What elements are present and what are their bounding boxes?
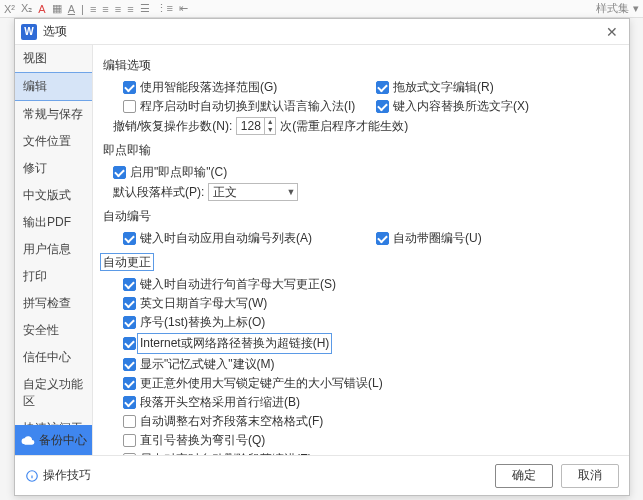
- options-dialog: W 选项 ✕ 视图编辑常规与保存文件位置修订中文版式输出PDF用户信息打印拼写检…: [14, 18, 630, 496]
- checkbox-icon[interactable]: [123, 232, 136, 245]
- checkbox-icon[interactable]: [123, 396, 136, 409]
- checkbox-icon[interactable]: [123, 337, 136, 350]
- sidebar-item[interactable]: 常规与保存: [15, 101, 92, 128]
- sidebar-item[interactable]: 编辑: [15, 72, 92, 101]
- option-row[interactable]: 键入时自动应用自动编号列表(A): [113, 229, 366, 248]
- toolbar-item[interactable]: X₂: [21, 2, 32, 15]
- sidebar-item[interactable]: 信任中心: [15, 344, 92, 371]
- dialog-title: 选项: [43, 23, 67, 40]
- tips-link[interactable]: 操作技巧: [25, 467, 91, 484]
- sidebar-item[interactable]: 输出PDF: [15, 209, 92, 236]
- default-para-select[interactable]: ▼: [208, 183, 298, 201]
- checkbox-icon[interactable]: [123, 415, 136, 428]
- option-row[interactable]: 使用智能段落选择范围(G): [113, 78, 366, 97]
- option-row[interactable]: 显示"记忆式键入"建议(M): [113, 355, 619, 374]
- dialog-footer: 操作技巧 确定 取消: [15, 455, 629, 495]
- sidebar-item[interactable]: 中文版式: [15, 182, 92, 209]
- ok-button[interactable]: 确定: [495, 464, 553, 488]
- backup-label: 备份中心: [39, 432, 87, 449]
- app-icon: W: [21, 24, 37, 40]
- info-icon: [25, 469, 39, 483]
- toolbar-item[interactable]: X²: [4, 3, 15, 15]
- sidebar-item[interactable]: 用户信息: [15, 236, 92, 263]
- checkbox-icon[interactable]: [123, 358, 136, 371]
- chevron-down-icon[interactable]: ▾: [633, 2, 639, 15]
- cancel-button[interactable]: 取消: [561, 464, 619, 488]
- sidebar: 视图编辑常规与保存文件位置修订中文版式输出PDF用户信息打印拼写检查安全性信任中…: [15, 45, 93, 455]
- option-row[interactable]: 直引号替换为弯引号(Q): [113, 431, 619, 450]
- option-row[interactable]: Internet或网络路径替换为超链接(H): [113, 332, 619, 355]
- option-row[interactable]: 自动带圈编号(U): [366, 229, 619, 248]
- toolbar-item[interactable]: A: [38, 3, 45, 15]
- section-title: 编辑选项: [103, 57, 619, 74]
- option-row[interactable]: 段落开头空格采用首行缩进(B): [113, 393, 619, 412]
- option-row[interactable]: 英文日期首字母大写(W): [113, 294, 619, 313]
- app-toolbar: X² X₂ A ▦ A | ≡ ≡ ≡ ≡ ☰ ⋮≡ ⇤ 样式集 ▾: [0, 0, 643, 18]
- option-row[interactable]: 更正意外使用大写锁定键产生的大小写错误(L): [113, 374, 619, 393]
- option-row[interactable]: 拖放式文字编辑(R): [366, 78, 619, 97]
- toolbar-item[interactable]: A: [68, 3, 75, 15]
- sidebar-item[interactable]: 修订: [15, 155, 92, 182]
- section-title: 自动更正: [103, 254, 619, 271]
- sidebar-item[interactable]: 打印: [15, 263, 92, 290]
- sidebar-item[interactable]: 快速访问工具栏: [15, 415, 92, 425]
- sidebar-item[interactable]: 安全性: [15, 317, 92, 344]
- section-title: 自动编号: [103, 208, 619, 225]
- option-row[interactable]: 键入时自动进行句首字母大写更正(S): [113, 275, 619, 294]
- option-row[interactable]: 键入内容替换所选文字(X): [366, 97, 619, 116]
- backup-center-button[interactable]: 备份中心: [15, 425, 92, 455]
- sidebar-item[interactable]: 拼写检查: [15, 290, 92, 317]
- checkbox-icon[interactable]: [123, 377, 136, 390]
- spin-down-icon[interactable]: ▼: [265, 126, 275, 134]
- spin-up-icon[interactable]: ▲: [265, 118, 275, 126]
- checkbox-icon[interactable]: [123, 100, 136, 113]
- align-right-icon[interactable]: ≡: [115, 3, 121, 15]
- toolbar-sep: |: [81, 3, 84, 15]
- undo-steps-row: 撤销/恢复操作步数(N): ▲▼ 次(需重启程序才能生效): [103, 116, 619, 136]
- checkbox-icon[interactable]: [123, 434, 136, 447]
- undo-steps-spinner[interactable]: ▲▼: [236, 117, 276, 135]
- list-icon[interactable]: ☰: [140, 2, 150, 15]
- option-row[interactable]: 序号(1st)替换为上标(O): [113, 313, 619, 332]
- cloud-icon: [21, 433, 35, 447]
- align-justify-icon[interactable]: ≡: [127, 3, 133, 15]
- checkbox-icon[interactable]: [376, 232, 389, 245]
- option-row[interactable]: 程序启动时自动切换到默认语言输入法(I): [113, 97, 366, 116]
- option-row[interactable]: 启用"即点即输"(C): [103, 163, 619, 182]
- align-center-icon[interactable]: ≡: [102, 3, 108, 15]
- style-set-label[interactable]: 样式集: [596, 1, 629, 16]
- checkbox-icon[interactable]: [376, 100, 389, 113]
- option-row[interactable]: 自动调整右对齐段落末空格格式(F): [113, 412, 619, 431]
- toolbar-item[interactable]: ▦: [52, 2, 62, 15]
- checkbox-icon[interactable]: [376, 81, 389, 94]
- sidebar-item[interactable]: 文件位置: [15, 128, 92, 155]
- align-left-icon[interactable]: ≡: [90, 3, 96, 15]
- options-main: 编辑选项 使用智能段落选择范围(G) 拖放式文字编辑(R) 程序启动时自动切换到…: [93, 45, 629, 455]
- sidebar-item[interactable]: 自定义功能区: [15, 371, 92, 415]
- sidebar-item[interactable]: 视图: [15, 45, 92, 72]
- default-para-row: 默认段落样式(P): ▼: [103, 182, 619, 202]
- close-button[interactable]: ✕: [601, 21, 623, 43]
- dialog-titlebar: W 选项 ✕: [15, 19, 629, 45]
- checkbox-icon[interactable]: [123, 278, 136, 291]
- checkbox-icon[interactable]: [123, 81, 136, 94]
- checkbox-icon[interactable]: [123, 316, 136, 329]
- checkbox-icon[interactable]: [123, 297, 136, 310]
- list-icon[interactable]: ⋮≡: [156, 2, 173, 15]
- indent-icon[interactable]: ⇤: [179, 2, 188, 15]
- undo-steps-input[interactable]: [236, 117, 264, 135]
- checkbox-icon[interactable]: [113, 166, 126, 179]
- section-title: 即点即输: [103, 142, 619, 159]
